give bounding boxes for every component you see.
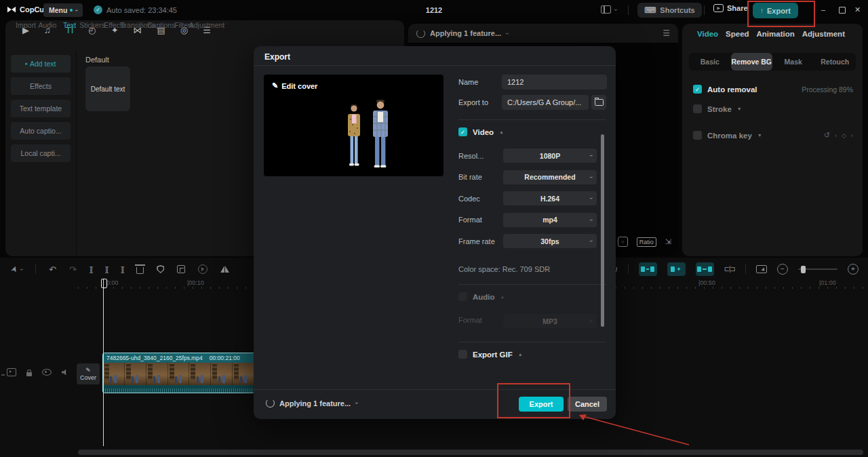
default-text-card[interactable]: Default text [85,66,130,111]
cover-button[interactable]: ✎ Cover [77,363,100,384]
video-checkbox[interactable]: ✓ [458,127,467,136]
tab-video[interactable]: Video [697,30,718,38]
ratio-button[interactable]: Ratio [637,237,656,247]
playhead-handle[interactable] [101,279,107,288]
tab-speed[interactable]: Speed [726,30,749,38]
setting-select-codec[interactable]: H.264› [503,191,597,205]
layout-switcher[interactable]: › [601,5,616,14]
mute-icon[interactable] [62,370,68,376]
sidebar-item-local-capti-[interactable]: Local capti... [11,144,71,162]
name-input[interactable]: 1212 [502,75,607,90]
clip-thumbnail [168,363,190,385]
audio-format-select[interactable]: MP3 › [503,314,597,328]
logo-icon [7,5,16,14]
chroma-key-row: Chroma key ▼ ↺ ‹ ◇ › [693,131,853,140]
minimize-button[interactable]: – [821,5,825,14]
keyframe-next-icon[interactable]: › [851,132,853,139]
sidebar-item-add-text[interactable]: ▸Add text [11,55,71,73]
collapse-handle[interactable] [1,374,5,376]
auto-cut-icon[interactable]: ✦ [667,262,686,276]
setting-value: H.264 [540,195,559,203]
subtab-remove-bg[interactable]: Remove BG [731,53,773,71]
setting-select-bit-rate[interactable]: Recommended› [503,170,597,184]
maximize-button[interactable] [839,7,846,14]
keyframe-add-icon[interactable]: ◇ [842,132,846,139]
delete-icon[interactable] [136,265,144,274]
redo-icon[interactable]: ↷ [69,265,77,274]
menu-button[interactable]: Menu › [43,3,83,17]
stroke-checkbox[interactable] [693,104,702,113]
video-clip[interactable]: 7482665-uhd_3840_2160_25fps.mp4 00:00:21… [103,353,254,393]
subtab-retouch[interactable]: Retouch [814,53,856,71]
browse-folder-button[interactable] [591,95,606,110]
auto-removal-checkbox[interactable]: ✓ [693,85,702,94]
mask-icon[interactable] [157,265,164,273]
ribbon-item-import[interactable]: ▶Import [15,25,37,36]
ribbon-item-text[interactable]: TIText [58,25,81,36]
zoom-fit-icon[interactable]: ○ [618,237,628,247]
hamburger-menu-icon[interactable]: ☰ [663,28,670,38]
timeline-zoom-slider[interactable] [798,269,837,270]
share-button[interactable]: ▹ Share [713,4,748,12]
setting-select-frame-rate[interactable]: 30fps› [503,234,597,248]
shortcuts-button[interactable]: ⌨ Shortcuts [637,3,702,18]
link-clips-icon[interactable] [696,262,714,276]
chevron-down-icon[interactable]: ▼ [757,133,762,138]
applying-status[interactable]: Applying 1 feature... › [266,399,357,408]
export-button-topbar[interactable]: ↑ Export [753,3,798,18]
collapse-icon[interactable]: ▲ [500,294,505,299]
logo-text: CopCut [20,5,47,14]
chevron-down-icon[interactable]: ▼ [737,106,742,111]
thumbnail-shelf [126,364,131,380]
preview-status[interactable]: Applying 1 feature... [430,29,501,37]
visibility-icon[interactable] [42,369,52,376]
ribbon-item-captions[interactable]: ▤Captions [150,25,173,36]
ribbon-item-adjustment[interactable]: ☰Adjustment [195,25,218,36]
subtab-mask[interactable]: Mask [772,53,814,71]
sidebar-item-auto-captio-[interactable]: Auto captio... [11,122,71,140]
audio-checkbox[interactable] [458,292,467,301]
tab-adjustment[interactable]: Adjustment [802,30,845,38]
select-tool[interactable]: ➤› [11,265,22,273]
tab-animation[interactable]: Animation [757,30,795,38]
collapse-icon[interactable]: ▲ [499,130,504,134]
mirror-icon[interactable] [220,266,229,273]
undo-icon[interactable]: ↶ [49,265,56,274]
split-left-icon[interactable]: ][ [90,266,92,273]
fullscreen-icon[interactable]: ⇲ [665,237,671,246]
reset-icon[interactable]: ↺ [824,131,830,140]
split-right-icon[interactable]: ][ [121,266,123,273]
lock-icon[interactable] [26,372,32,376]
export-confirm-button[interactable]: Export [519,397,564,412]
zoom-out-icon[interactable]: − [777,264,788,275]
timeline-horizontal-scrollbar[interactable] [78,450,863,455]
sidebar-item-effects[interactable]: Effects [11,77,71,95]
dialog-scrollbar[interactable] [601,134,604,327]
chroma-key-checkbox[interactable] [693,131,702,140]
magnet-snap-icon[interactable] [639,262,657,276]
preview-axis-icon[interactable]: ⊏|⊐ [724,266,735,273]
ribbon-item-transitions[interactable]: ⋈Transitions [126,25,150,36]
edit-cover-button[interactable]: ✎ Edit cover [272,81,317,90]
close-button[interactable]: ✕ [854,5,861,14]
ribbon-item-audio[interactable]: ♫Audio [37,25,58,36]
clip-thumbnail [233,363,254,385]
keyframe-prev-icon[interactable]: ‹ [835,132,837,139]
render-preview-icon[interactable] [756,265,767,273]
zoom-in-icon[interactable]: + [848,264,859,275]
video-setting-row: Bit rateRecommended› [458,170,606,184]
thumbnail-figure [114,375,117,383]
split-icon[interactable]: ][ [105,266,108,273]
collapse-icon[interactable]: ▲ [518,352,523,357]
setting-select-format[interactable]: mp4› [503,213,597,227]
speed-icon[interactable] [198,264,208,274]
ribbon-item-stickers[interactable]: ◴Stickers [81,25,103,36]
subtab-basic[interactable]: Basic [689,53,731,71]
cancel-button[interactable]: Cancel [568,397,607,412]
export-path-input[interactable]: C:/Users/G A Group/... [502,95,589,110]
setting-select-resol-[interactable]: 1080P› [503,148,597,163]
export-gif-checkbox[interactable] [458,350,467,359]
crop-icon[interactable] [177,265,185,273]
sidebar-item-text-template[interactable]: Text template [11,100,71,117]
zoom-slider-handle[interactable] [801,266,806,273]
